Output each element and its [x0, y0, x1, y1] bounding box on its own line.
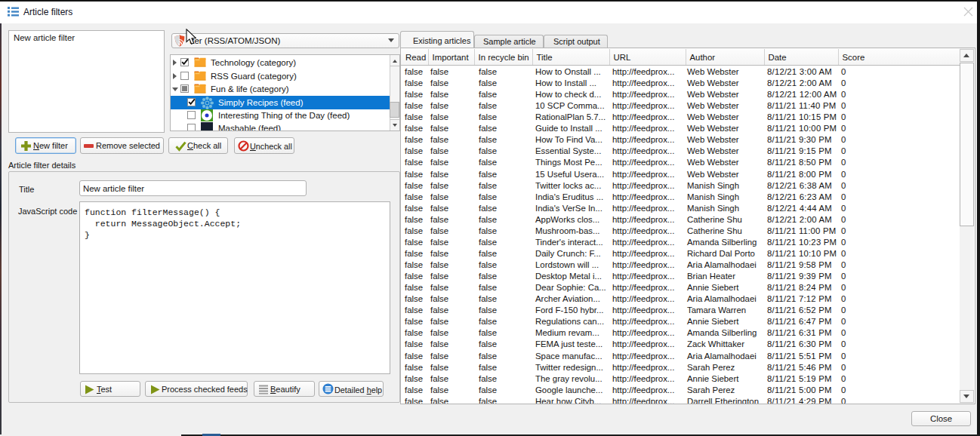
svg-text:м: м — [205, 128, 208, 131]
